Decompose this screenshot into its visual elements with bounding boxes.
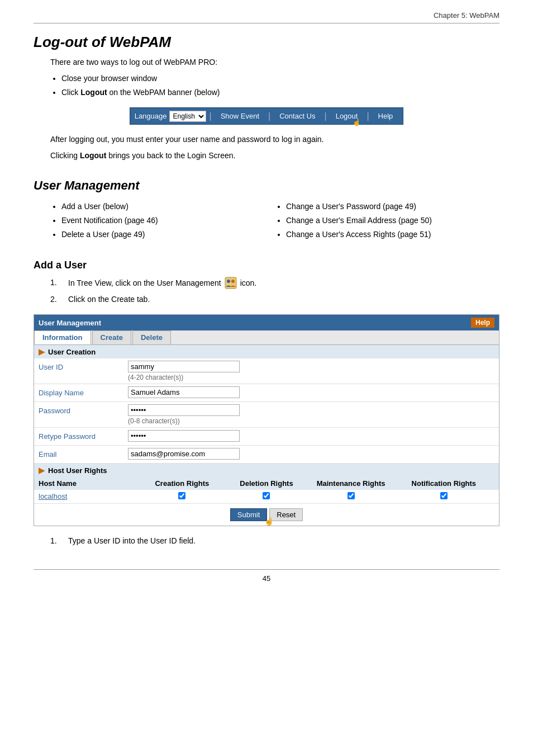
cell-deletion[interactable] <box>224 492 308 501</box>
cursor-icon: ☝ <box>353 119 361 126</box>
user-creation-row: ▶ User Creation <box>34 345 499 358</box>
tab-create[interactable]: Create <box>92 330 131 344</box>
cell-maintenance[interactable] <box>309 492 393 501</box>
checkbox-notification[interactable] <box>440 492 448 499</box>
webpam-banner: Language English | Show Event | Contact … <box>130 107 404 125</box>
host-rights-icon: ▶ <box>39 466 45 475</box>
chapter-header: Chapter 5: WebPAM <box>34 11 499 23</box>
bullet-event-notification: Event Notification (page 46) <box>61 215 275 226</box>
label-userid: User ID <box>39 361 128 371</box>
step-1: In Tree View, click on the User Manageme… <box>50 277 499 289</box>
th-notification-rights: Notification Rights <box>393 479 494 488</box>
banner-sep-3: | <box>323 111 328 121</box>
banner-sep-4: | <box>365 111 370 121</box>
logout-button[interactable]: Logout ☝ <box>330 110 364 122</box>
form-buttons: Submit Reset ☝ <box>34 504 499 526</box>
field-userid: (4-20 character(s)) <box>128 361 494 381</box>
form-row-retype-password: Retype Password <box>34 428 499 446</box>
step-1-content: In Tree View, click on the User Manageme… <box>68 277 499 289</box>
after-logout-text-2: Clicking Logout brings you back to the L… <box>50 150 499 162</box>
show-event-button[interactable]: Show Event <box>215 110 265 122</box>
localhost-link[interactable]: localhost <box>39 492 67 500</box>
cell-notification[interactable] <box>393 492 494 501</box>
cell-host: localhost <box>39 492 140 501</box>
bullet-change-password: Change a User's Password (page 49) <box>286 201 499 212</box>
field-password: (0-8 character(s)) <box>128 404 494 425</box>
form-row-displayname: Display Name <box>34 384 499 402</box>
user-management-icon <box>225 277 237 289</box>
language-selector[interactable]: Language English <box>135 111 206 122</box>
input-email[interactable] <box>128 448 240 460</box>
form-row-email: Email <box>34 446 499 464</box>
banner-sep-2: | <box>267 111 272 121</box>
logout-intro: There are two ways to log out of WebPAM … <box>50 56 499 68</box>
label-email: Email <box>39 448 128 459</box>
submit-cursor-icon: ☝ <box>264 517 274 526</box>
bullet-delete-user: Delete a User (page 49) <box>61 229 275 240</box>
form-row-userid: User ID (4-20 character(s)) <box>34 358 499 384</box>
add-user-steps: In Tree View, click on the User Manageme… <box>50 277 499 305</box>
step-2-content: Click on the Create tab. <box>68 294 499 305</box>
after-logout-text-1: After logging out, you must enter your u… <box>50 134 499 145</box>
bullet-click-logout: Click Logout on the WebPAM banner (below… <box>61 87 499 98</box>
bullet-change-email: Change a User's Email Address (page 50) <box>286 215 499 226</box>
input-userid[interactable] <box>128 361 240 372</box>
user-management-title: User Management <box>34 178 499 193</box>
reset-button[interactable]: Reset <box>269 508 303 521</box>
user-creation-icon: ▶ <box>39 347 45 356</box>
label-displayname: Display Name <box>39 386 128 397</box>
page-wrapper: Chapter 5: WebPAM Log-out of WebPAM Ther… <box>0 0 533 756</box>
panel-tabs: Information Create Delete <box>34 330 499 345</box>
input-retype-password[interactable] <box>128 430 240 442</box>
th-host-name: Host Name <box>39 479 140 488</box>
input-password[interactable] <box>128 404 240 416</box>
form-row-password: Password (0-8 character(s)) <box>34 402 499 428</box>
page-number: 45 <box>34 569 499 583</box>
right-bullet-list: Change a User's Password (page 49) Chang… <box>286 201 499 240</box>
panel-header: User Management Help <box>34 315 499 330</box>
table-row: localhost <box>34 490 499 504</box>
step-2: Click on the Create tab. <box>50 294 499 305</box>
bullet-add-user: Add a User (below) <box>61 201 275 212</box>
left-col: Add a User (below) Event Notification (p… <box>50 199 275 243</box>
bullet-change-access: Change a User's Access Rights (page 51) <box>286 229 499 240</box>
logout-title: Log-out of WebPAM <box>34 34 499 51</box>
th-deletion-rights: Deletion Rights <box>224 479 308 488</box>
input-displayname[interactable] <box>128 386 240 398</box>
step-3-list: Type a User ID into the User ID field. <box>50 535 499 547</box>
chapter-title: Chapter 5: WebPAM <box>434 11 499 20</box>
help-button[interactable]: Help <box>373 110 399 122</box>
field-retype-password <box>128 430 494 442</box>
label-password: Password <box>39 404 128 415</box>
step-3: Type a User ID into the User ID field. <box>50 535 499 547</box>
submit-button[interactable]: Submit <box>230 508 267 521</box>
banner-sep-1: | <box>208 111 213 121</box>
host-rights-row: ▶ Host User Rights <box>34 464 499 477</box>
th-creation-rights: Creation Rights <box>140 479 224 488</box>
field-email <box>128 448 494 460</box>
user-creation-label: User Creation <box>48 348 96 356</box>
cell-creation[interactable] <box>140 492 224 501</box>
language-dropdown[interactable]: English <box>169 111 206 122</box>
checkbox-maintenance[interactable] <box>348 492 355 499</box>
user-management-bullets: Add a User (below) Event Notification (p… <box>50 199 499 243</box>
tab-delete[interactable]: Delete <box>132 330 171 344</box>
bullet-close-browser: Close your browser window <box>61 73 499 84</box>
banner-container: Language English | Show Event | Contact … <box>34 107 499 125</box>
contact-us-button[interactable]: Contact Us <box>274 110 321 122</box>
language-label: Language <box>135 112 167 120</box>
svg-point-1 <box>227 280 230 283</box>
checkbox-deletion[interactable] <box>263 492 270 499</box>
add-user-title: Add a User <box>34 259 499 271</box>
panel-title: User Management <box>39 319 101 327</box>
host-rights-label: Host User Rights <box>48 466 107 475</box>
checkbox-creation[interactable] <box>178 492 185 499</box>
field-displayname <box>128 386 494 398</box>
hint-password: (0-8 character(s)) <box>128 417 494 425</box>
step-3-content: Type a User ID into the User ID field. <box>68 535 499 547</box>
table-header: Host Name Creation Rights Deletion Right… <box>34 477 499 490</box>
tab-information[interactable]: Information <box>34 330 91 344</box>
panel-help-button[interactable]: Help <box>471 318 494 328</box>
label-retype-password: Retype Password <box>39 430 128 441</box>
hint-userid: (4-20 character(s)) <box>128 374 494 381</box>
